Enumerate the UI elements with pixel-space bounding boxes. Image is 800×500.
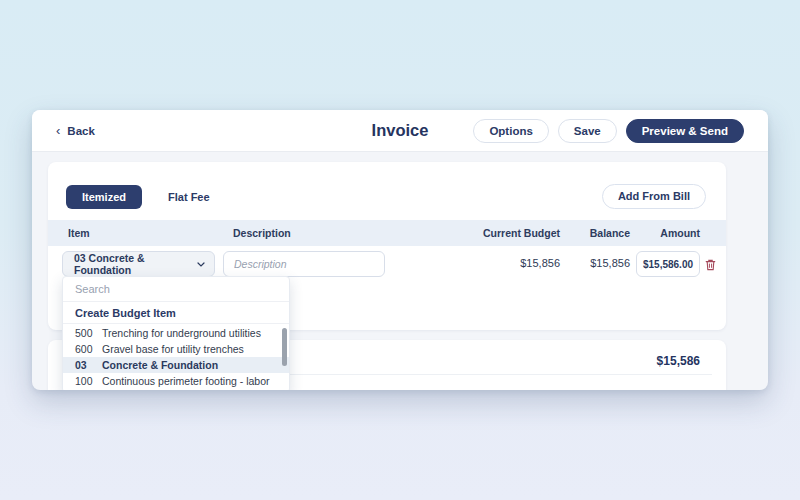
create-budget-item-option[interactable]: Create Budget Item [63,302,289,324]
description-input[interactable] [223,251,385,277]
item-code: 100 [75,375,102,387]
balance-value: $15,856 [590,257,630,269]
item-code: 03 [75,359,102,371]
trash-icon [705,259,716,271]
options-button[interactable]: Options [473,119,548,143]
search-input[interactable] [63,277,289,302]
current-budget-value: $15,856 [520,257,560,269]
back-label: Back [67,125,95,137]
delete-row-button[interactable] [703,257,717,272]
add-from-bill-button[interactable]: Add From Bill [602,184,706,209]
list-item-selected[interactable]: 03 Concrete & Foundation [63,357,289,373]
invoice-total-value: $15,586 [657,354,700,368]
header-actions: Options Save Preview & Send [473,119,744,143]
item-label: Trenching for underground utilities [102,327,261,339]
budget-item-list: 500 Trenching for underground utilities … [63,324,289,390]
dropdown-scrollbar[interactable] [282,328,287,366]
column-header-amount: Amount [630,227,700,239]
column-header-item: Item [68,227,233,239]
list-item[interactable]: 100 Continuous perimeter footing - labor [63,373,289,389]
amount-input[interactable] [636,251,700,277]
column-header-description: Description [233,227,440,239]
item-label: Continuous perimeter footing - labor [102,375,270,387]
back-button[interactable]: ‹ Back [56,124,95,137]
window-header: ‹ Back Invoice Options Save Preview & Se… [32,110,768,152]
save-button[interactable]: Save [558,119,617,143]
table-header: Item Description Current Budget Balance … [48,220,726,246]
tab-itemized[interactable]: Itemized [66,185,142,209]
chevron-down-icon [197,262,205,267]
column-header-balance: Balance [560,227,630,239]
invoice-window: ‹ Back Invoice Options Save Preview & Se… [32,110,768,390]
item-code: 500 [75,327,102,339]
tab-flat-fee[interactable]: Flat Fee [152,185,226,209]
budget-item-dropdown: Create Budget Item 500 Trenching for und… [62,276,290,390]
item-select-value: 03 Concrete & Foundation [74,252,197,276]
list-item[interactable]: 600 Gravel base for utility trenches [63,341,289,357]
item-label: Gravel base for utility trenches [102,343,244,355]
item-select[interactable]: 03 Concrete & Foundation [62,251,215,277]
column-header-current-budget: Current Budget [440,227,560,239]
item-label: Concrete & Foundation [102,359,218,371]
invoice-mode-toolbar: Itemized Flat Fee Add From Bill [48,184,726,209]
preview-send-button[interactable]: Preview & Send [626,119,744,143]
item-code: 600 [75,343,102,355]
chevron-left-icon: ‹ [56,124,60,137]
list-item[interactable]: 500 Trenching for underground utilities [63,325,289,341]
